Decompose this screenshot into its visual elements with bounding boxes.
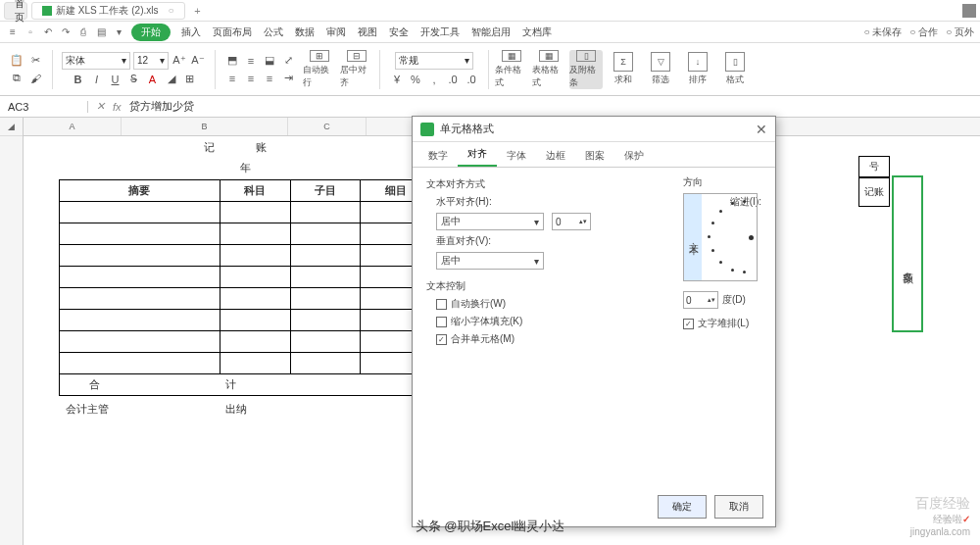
menu-view[interactable]: 视图: [353, 25, 382, 39]
formula-input[interactable]: 贷方增加少贷: [129, 99, 194, 114]
paste-icon[interactable]: 📋: [9, 53, 24, 69]
home-tab[interactable]: 首页: [4, 2, 27, 20]
orientation-preview[interactable]: 文本: [683, 193, 758, 281]
font-size-select[interactable]: 12▾: [133, 52, 169, 70]
format-painter-icon[interactable]: 🖌: [27, 71, 43, 86]
cut-icon[interactable]: ✂: [27, 53, 43, 69]
cell-reference-input[interactable]: AC3: [0, 101, 88, 113]
h-align-label: 水平对齐(H):: [436, 195, 492, 209]
tab-alignment[interactable]: 对齐: [458, 143, 497, 167]
filter-button[interactable]: ▽筛选: [644, 50, 677, 89]
tab-border[interactable]: 边框: [536, 145, 575, 167]
comma-icon[interactable]: ,: [426, 72, 442, 87]
menu-other[interactable]: ○ 页外: [946, 25, 974, 39]
align-left-icon[interactable]: ≡: [224, 71, 240, 86]
print-icon[interactable]: ⎙: [76, 25, 90, 39]
sort-button[interactable]: ↓排序: [681, 50, 714, 89]
cancel-button[interactable]: 取消: [714, 495, 763, 519]
sum-button[interactable]: Σ求和: [607, 50, 640, 89]
number-format-select[interactable]: 常规▾: [395, 52, 473, 70]
conditional-format-button[interactable]: ▦条件格式: [495, 50, 528, 89]
col-header[interactable]: B: [122, 118, 288, 135]
save-icon[interactable]: ▫: [24, 25, 37, 39]
menu-doclib[interactable]: 文档库: [517, 25, 557, 39]
th-subject: 科目: [220, 179, 290, 201]
align-right-icon[interactable]: ≡: [262, 71, 277, 86]
align-middle-icon[interactable]: ≡: [243, 53, 259, 69]
undo-icon[interactable]: ↶: [41, 25, 55, 39]
currency-icon[interactable]: ¥: [389, 72, 405, 87]
tab-number[interactable]: 数字: [418, 145, 458, 167]
dialog-titlebar[interactable]: 单元格格式 ✕: [413, 117, 775, 142]
decimal-dec-icon[interactable]: .0: [464, 72, 479, 87]
doc-tab-label: 新建 XLS 工作表 (2).xls: [56, 4, 158, 18]
degree-spinner[interactable]: 0▴▾: [683, 291, 718, 309]
table-format-button[interactable]: ▦表格格式: [532, 50, 565, 89]
merge-center-button[interactable]: ⊟居中对齐: [340, 50, 373, 89]
menu-review[interactable]: 审阅: [321, 25, 351, 39]
format-button[interactable]: ▯格式: [718, 50, 752, 89]
document-tab[interactable]: 新建 XLS 工作表 (2).xls ○: [31, 2, 185, 20]
italic-icon[interactable]: I: [89, 72, 105, 87]
bold-icon[interactable]: B: [71, 72, 86, 87]
menu-icon[interactable]: ≡: [6, 25, 20, 39]
menu-data[interactable]: 数据: [290, 25, 319, 39]
indent-icon[interactable]: ⇥: [280, 71, 296, 86]
title-bar: 首页 新建 XLS 工作表 (2).xls ○ +: [0, 0, 980, 22]
menu-collab[interactable]: ○ 合作: [909, 25, 938, 39]
fill-color-icon[interactable]: ◢: [164, 72, 179, 87]
window-control-icon[interactable]: [962, 4, 976, 18]
cancel-fx-icon[interactable]: ✕: [96, 100, 105, 113]
decimal-inc-icon[interactable]: .0: [445, 72, 461, 87]
decrease-font-icon[interactable]: A⁻: [190, 53, 206, 69]
fx-icon[interactable]: fx: [113, 101, 122, 113]
stack-checkbox[interactable]: ✓文字堆排(L): [683, 317, 758, 330]
cell[interactable]: [60, 201, 220, 223]
increase-font-icon[interactable]: A⁺: [172, 53, 187, 69]
menu-security[interactable]: 安全: [384, 25, 414, 39]
select-all[interactable]: ◢: [0, 118, 23, 136]
strike-icon[interactable]: S̶: [126, 72, 142, 87]
font-color-icon[interactable]: A: [145, 72, 161, 87]
copy-icon[interactable]: ⧉: [9, 71, 24, 86]
add-tab-button[interactable]: +: [189, 5, 207, 17]
merge-checkbox[interactable]: ✓合并单元格(M): [436, 332, 761, 346]
ok-button[interactable]: 确定: [658, 495, 707, 519]
tab-close-icon[interactable]: ○: [168, 5, 173, 16]
indent-spinner[interactable]: 0▴▾: [552, 213, 591, 230]
align-center-icon[interactable]: ≡: [243, 71, 259, 86]
cell-style-button[interactable]: ▯及附格条: [569, 50, 603, 89]
close-icon[interactable]: ✕: [756, 122, 767, 137]
vertical-text-button[interactable]: 文本: [684, 194, 702, 280]
selected-cell[interactable]: [892, 175, 923, 332]
orientation-icon[interactable]: ⤢: [280, 53, 296, 69]
tab-pattern[interactable]: 图案: [575, 145, 614, 167]
menu-dev[interactable]: 开发工具: [416, 25, 465, 39]
side-cells: 号 记账: [858, 156, 890, 207]
menu-layout[interactable]: 页面布局: [208, 25, 257, 39]
align-bottom-icon[interactable]: ⬓: [262, 53, 277, 69]
wrap-text-button[interactable]: ⊞自动换行: [303, 50, 336, 89]
h-align-select[interactable]: 居中▾: [436, 213, 544, 230]
underline-icon[interactable]: U: [108, 72, 123, 87]
side-cell[interactable]: 记账: [858, 177, 890, 207]
start-tab[interactable]: 开始: [131, 24, 171, 41]
menu-smart[interactable]: 智能启用: [466, 25, 515, 39]
percent-icon[interactable]: %: [408, 72, 423, 87]
font-select[interactable]: 宋体▾: [62, 52, 130, 70]
v-align-select[interactable]: 居中▾: [436, 252, 544, 270]
align-top-icon[interactable]: ⬒: [224, 53, 240, 69]
menu-unsaved[interactable]: ○ 未保存: [864, 25, 903, 39]
col-header[interactable]: A: [24, 118, 122, 135]
border-icon[interactable]: ⊞: [182, 72, 198, 87]
side-cell[interactable]: 号: [858, 156, 890, 177]
col-header[interactable]: C: [288, 118, 367, 135]
menu-insert[interactable]: 插入: [176, 25, 206, 39]
tab-protect[interactable]: 保护: [614, 145, 654, 167]
orientation-arc[interactable]: [702, 194, 757, 280]
menu-formula[interactable]: 公式: [259, 25, 288, 39]
redo-icon[interactable]: ↷: [59, 25, 73, 39]
tab-font[interactable]: 字体: [497, 145, 536, 167]
preview-icon[interactable]: ▤: [94, 25, 108, 39]
more-icon[interactable]: ▾: [112, 25, 125, 39]
